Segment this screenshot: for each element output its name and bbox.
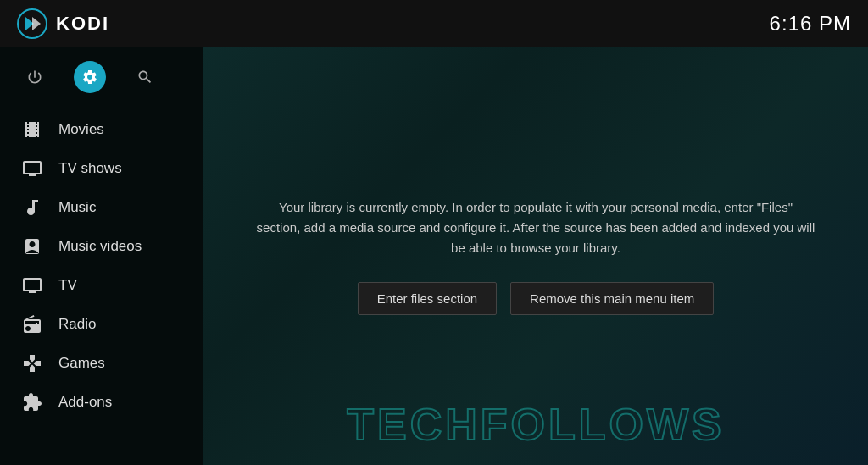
content-buttons: Enter files section Remove this main men… bbox=[358, 282, 715, 315]
tv-label: TV bbox=[58, 277, 77, 294]
library-empty-message: Your library is currently empty. In orde… bbox=[239, 197, 832, 258]
sidebar-item-music-videos[interactable]: Music videos bbox=[0, 227, 203, 266]
sidebar-icon-row bbox=[0, 51, 203, 103]
app-title: KODI bbox=[56, 13, 109, 35]
svg-marker-2 bbox=[32, 17, 41, 30]
sidebar-item-radio[interactable]: Radio bbox=[0, 305, 203, 344]
settings-button[interactable] bbox=[74, 61, 106, 93]
tv-shows-icon bbox=[21, 158, 43, 180]
sidebar-item-movies[interactable]: Movies bbox=[0, 110, 203, 149]
music-videos-label: Music videos bbox=[58, 238, 142, 255]
addons-label: Add-ons bbox=[58, 394, 112, 411]
movies-icon bbox=[21, 119, 43, 141]
sidebar-item-games[interactable]: Games bbox=[0, 344, 203, 383]
movies-label: Movies bbox=[58, 121, 104, 138]
music-label: Music bbox=[58, 199, 96, 216]
radio-label: Radio bbox=[58, 316, 96, 333]
content-area: Your library is currently empty. In orde… bbox=[203, 47, 868, 465]
tv-shows-label: TV shows bbox=[58, 160, 122, 177]
addons-icon bbox=[21, 391, 43, 413]
sidebar: Movies TV shows Music bbox=[0, 47, 203, 465]
power-button[interactable] bbox=[21, 64, 48, 91]
radio-icon bbox=[21, 313, 43, 335]
watermark: TECHFOLLOWS bbox=[347, 399, 725, 450]
enter-files-button[interactable]: Enter files section bbox=[358, 282, 497, 315]
games-label: Games bbox=[58, 355, 105, 372]
games-icon bbox=[21, 352, 43, 374]
search-button[interactable] bbox=[131, 64, 159, 91]
kodi-logo bbox=[17, 8, 47, 39]
music-videos-icon bbox=[21, 235, 43, 257]
clock: 6:16 PM bbox=[770, 12, 851, 36]
sidebar-item-tv[interactable]: TV bbox=[0, 266, 203, 305]
sidebar-item-music[interactable]: Music bbox=[0, 188, 203, 227]
music-icon bbox=[21, 197, 43, 219]
sidebar-item-addons[interactable]: Add-ons bbox=[0, 383, 203, 422]
remove-menu-item-button[interactable]: Remove this main menu item bbox=[510, 282, 714, 315]
topbar-left: KODI bbox=[17, 8, 109, 39]
tv-icon bbox=[21, 274, 43, 296]
topbar: KODI 6:16 PM bbox=[0, 0, 868, 47]
sidebar-item-tv-shows[interactable]: TV shows bbox=[0, 149, 203, 188]
main-area: Movies TV shows Music bbox=[0, 47, 868, 465]
